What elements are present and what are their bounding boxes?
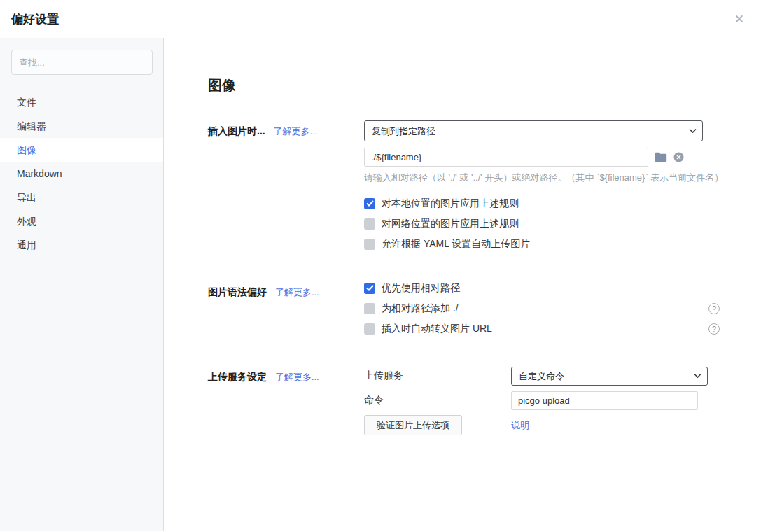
upload-service-learn-more-link[interactable]: 了解更多... <box>275 372 319 382</box>
image-path-input[interactable] <box>364 148 648 167</box>
image-syntax-section-label: 图片语法偏好 <box>208 286 267 298</box>
insert-image-label-col: 插入图片时... 了解更多... <box>208 120 364 258</box>
sidebar-item-image[interactable]: 图像 <box>0 138 163 162</box>
clear-icon[interactable] <box>673 152 684 162</box>
insert-image-content: 复制到指定路径 <box>364 120 720 258</box>
upload-service-row: 上传服务 自定义命令 <box>364 366 720 386</box>
upload-service-content: 上传服务 自定义命令 命令 <box>364 366 720 440</box>
checkbox-icon[interactable] <box>364 239 375 250</box>
insert-image-checkbox-group: 对本地位置的图片应用上述规则 对网络位置的图片应用上述规则 <box>364 197 720 251</box>
image-syntax-label-col: 图片语法偏好 了解更多... <box>208 281 364 342</box>
checkbox-label: 为相对路径添加 ./ <box>382 302 459 315</box>
checkbox-label: 插入时自动转义图片 URL <box>382 323 492 335</box>
image-action-select[interactable]: 复制到指定路径 <box>364 120 703 141</box>
help-icon[interactable]: ? <box>708 323 720 335</box>
image-syntax-section: 图片语法偏好 了解更多... 优先使用相对路径 <box>208 281 761 342</box>
folder-icon[interactable] <box>655 152 667 162</box>
sidebar-item-general[interactable]: 通用 <box>0 233 163 257</box>
sidebar-item-file[interactable]: 文件 <box>0 90 163 114</box>
checkbox-icon[interactable] <box>364 198 375 209</box>
prefer-relative-path-row[interactable]: 优先使用相对路径 <box>364 281 720 295</box>
validate-upload-button[interactable]: 验证图片上传选项 <box>364 415 462 435</box>
upload-service-select[interactable]: 自定义命令 <box>511 367 708 386</box>
sidebar-item-editor[interactable]: 编辑器 <box>0 114 163 138</box>
upload-help-link[interactable]: 说明 <box>511 419 529 432</box>
sidebar-item-export[interactable]: 导出 <box>0 186 163 209</box>
sidebar-nav: 文件 编辑器 图像 Markdown 导出 外观 通用 <box>0 90 163 257</box>
help-icon[interactable]: ? <box>708 303 720 314</box>
page-title: 图像 <box>208 78 761 94</box>
command-input[interactable] <box>511 391 698 410</box>
upload-service-label-col: 上传服务设定 了解更多... <box>208 366 364 440</box>
titlebar: 偏好设置 ✕ <box>0 0 761 38</box>
sidebar: 文件 编辑器 图像 Markdown 导出 外观 通用 <box>0 38 164 531</box>
upload-service-field-label: 上传服务 <box>364 370 511 382</box>
command-field-label: 命令 <box>364 394 511 407</box>
insert-image-learn-more-link[interactable]: 了解更多... <box>274 126 318 136</box>
checkbox-label: 允许根据 YAML 设置自动上传图片 <box>382 238 530 251</box>
image-syntax-learn-more-link[interactable]: 了解更多... <box>275 287 319 298</box>
image-syntax-content: 优先使用相对路径 为相对路径添加 ./ ? <box>364 281 720 342</box>
checkbox-label: 优先使用相对路径 <box>382 282 460 295</box>
checkbox-icon[interactable] <box>364 283 375 294</box>
preferences-window: 偏好设置 ✕ 文件 编辑器 图像 Markdown 导出 外观 通用 图像 插入… <box>0 0 761 531</box>
layout: 文件 编辑器 图像 Markdown 导出 外观 通用 图像 插入图片时... … <box>0 38 761 531</box>
add-dot-slash-row[interactable]: 为相对路径添加 ./ ? <box>364 302 720 315</box>
insert-image-section: 插入图片时... 了解更多... 复制到指定路径 <box>208 120 761 258</box>
upload-service-select-wrap: 自定义命令 <box>511 367 708 386</box>
command-row: 命令 <box>364 391 720 410</box>
upload-service-section-label: 上传服务设定 <box>208 371 267 382</box>
validate-row: 验证图片上传选项 说明 <box>364 415 720 435</box>
yaml-auto-upload-row[interactable]: 允许根据 YAML 设置自动上传图片 <box>364 237 720 251</box>
sidebar-item-appearance[interactable]: 外观 <box>0 209 163 233</box>
checkbox-label: 对网络位置的图片应用上述规则 <box>382 218 519 230</box>
checkbox-label: 对本地位置的图片应用上述规则 <box>382 197 519 210</box>
close-icon[interactable]: ✕ <box>734 13 744 25</box>
window-title: 偏好设置 <box>11 11 59 27</box>
image-action-select-wrap: 复制到指定路径 <box>364 120 703 141</box>
main-panel: 图像 插入图片时... 了解更多... 复制到指定路径 <box>164 38 761 531</box>
apply-local-images-row[interactable]: 对本地位置的图片应用上述规则 <box>364 197 720 210</box>
checkbox-icon[interactable] <box>364 303 375 314</box>
search-input[interactable] <box>11 50 153 75</box>
upload-service-section: 上传服务设定 了解更多... 上传服务 自定义命令 <box>208 366 761 440</box>
image-path-row <box>364 148 720 167</box>
checkbox-icon[interactable] <box>364 218 375 230</box>
checkbox-icon[interactable] <box>364 323 375 335</box>
escape-image-url-row[interactable]: 插入时自动转义图片 URL ? <box>364 322 720 335</box>
validate-button-cell: 验证图片上传选项 <box>364 415 511 435</box>
sidebar-item-markdown[interactable]: Markdown <box>0 162 163 186</box>
path-hint: 请输入相对路径（以 './' 或 '../' 开头）或绝对路径。（其中 `${f… <box>364 172 720 184</box>
apply-web-images-row[interactable]: 对网络位置的图片应用上述规则 <box>364 217 720 230</box>
insert-image-section-label: 插入图片时... <box>208 125 265 136</box>
